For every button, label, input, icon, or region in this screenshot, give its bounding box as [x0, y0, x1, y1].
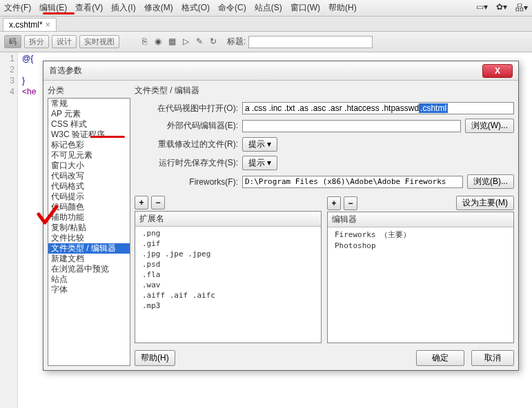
list-item[interactable]: Photoshop: [328, 241, 513, 251]
toolbar-icon-5[interactable]: ✎: [194, 37, 205, 48]
menu-file[interactable]: 文件(F): [4, 2, 31, 14]
category-item[interactable]: 站点: [48, 274, 130, 285]
line-number-gutter: 1 2 3 4: [0, 52, 18, 408]
document-tab[interactable]: x.cshtml* ×: [3, 18, 57, 31]
menu-commands[interactable]: 命令(C): [218, 2, 246, 14]
category-item[interactable]: 代码颜色: [48, 202, 130, 212]
category-item[interactable]: 文件比较: [48, 233, 130, 243]
menu-window[interactable]: 窗口(W): [290, 2, 320, 14]
annotation-underline-title: [90, 136, 125, 138]
list-item[interactable]: .png: [135, 228, 321, 238]
browse-external-button[interactable]: 浏览(W)...: [465, 119, 514, 133]
menu-insert[interactable]: 插入(I): [111, 2, 135, 14]
menu-site[interactable]: 站点(S): [255, 2, 282, 14]
list-item[interactable]: .psd: [135, 259, 321, 269]
category-item[interactable]: 复制/粘贴: [48, 223, 130, 233]
document-tab-bar: x.cshtml* ×: [0, 17, 532, 32]
list-item[interactable]: .aiff .aif .aifc: [135, 290, 321, 300]
cancel-button[interactable]: 取消: [471, 350, 514, 366]
selected-extension: .cshtml: [419, 103, 448, 113]
category-item[interactable]: 字体: [48, 285, 130, 295]
annotation-checkmark: [36, 203, 59, 227]
preferences-dialog: 首选参数 X 分类 常规 AP 元素 CSS 样式 W3C 验证程序 标记色彩 …: [43, 61, 519, 371]
toolbar-icon-4[interactable]: ▷: [180, 37, 191, 48]
view-code-button[interactable]: 码: [4, 35, 21, 48]
list-item[interactable]: Fireworks （主要）: [328, 229, 513, 241]
add-extension-button[interactable]: +: [135, 196, 148, 210]
preferences-panel: 文件类型 / 编辑器 在代码视图中打开(O): a .css .inc .txt…: [135, 85, 514, 366]
save-on-launch-select[interactable]: 提示: [242, 156, 277, 170]
category-item[interactable]: 常规: [48, 99, 130, 109]
view-design-button[interactable]: 设计: [52, 35, 77, 48]
close-button[interactable]: X: [482, 64, 513, 78]
dialog-title: 首选参数: [49, 65, 82, 76]
tab-label: x.cshtml*: [9, 20, 43, 30]
toolbar-icon-1[interactable]: ⎘: [139, 37, 150, 48]
title-input[interactable]: [248, 36, 373, 48]
help-button[interactable]: 帮助(H): [135, 350, 175, 366]
menu-modify[interactable]: 修改(M): [144, 2, 173, 14]
open-in-code-input[interactable]: a .css .inc .txt .as .asc .asr .htaccess…: [242, 102, 514, 114]
reload-files-label: 重载修改过的文件(R):: [135, 139, 238, 150]
category-item[interactable]: 新建文档: [48, 254, 130, 264]
close-tab-icon[interactable]: ×: [46, 20, 50, 30]
fireworks-label: Fireworks(F):: [135, 177, 238, 187]
category-item[interactable]: 窗口大小: [48, 161, 130, 171]
category-item[interactable]: CSS 样式: [48, 119, 130, 130]
set-primary-button[interactable]: 设为主要(M): [456, 196, 514, 210]
category-item[interactable]: 辅助功能: [48, 212, 130, 223]
remove-editor-button[interactable]: −: [344, 196, 357, 210]
save-on-launch-label: 运行时先保存文件(S):: [135, 157, 238, 169]
panel-header: 文件类型 / 编辑器: [135, 85, 514, 96]
editors-header: 编辑器: [328, 212, 513, 227]
category-item[interactable]: 代码格式: [48, 181, 130, 192]
sync-icon[interactable]: ✿▾: [496, 2, 507, 14]
menu-view[interactable]: 查看(V): [75, 2, 103, 14]
category-item-selected[interactable]: 文件类型 / 编辑器: [48, 243, 130, 254]
list-item[interactable]: .fla: [135, 269, 321, 280]
external-editor-input[interactable]: [242, 120, 461, 132]
extensions-header: 扩展名: [135, 212, 321, 227]
category-label: 分类: [48, 85, 130, 96]
list-item[interactable]: .wav: [135, 280, 321, 290]
layout-icon[interactable]: ▭▾: [476, 2, 488, 14]
document-toolbar: 码 拆分 设计 实时视图 ⎘ ◉ ▦ ▷ ✎ ↻ 标题:: [0, 32, 532, 52]
reload-files-select[interactable]: 提示: [242, 137, 277, 152]
fireworks-input[interactable]: [242, 176, 463, 188]
title-label: 标题:: [227, 36, 246, 48]
category-item[interactable]: 标记色彩: [48, 140, 130, 150]
menu-help[interactable]: 帮助(H): [328, 2, 357, 14]
category-item[interactable]: 代码提示: [48, 192, 130, 202]
view-split-button[interactable]: 拆分: [24, 35, 49, 48]
browse-fireworks-button[interactable]: 浏览(B)...: [467, 174, 514, 189]
editors-listbox[interactable]: 编辑器 Fireworks （主要） Photoshop: [327, 212, 514, 343]
annotation-underline-edit: [43, 12, 75, 14]
open-in-code-label: 在代码视图中打开(O):: [135, 103, 238, 114]
toolbar-icon-2[interactable]: ◉: [152, 37, 164, 48]
add-editor-button[interactable]: +: [327, 196, 341, 210]
list-item[interactable]: .mp3: [135, 300, 321, 311]
category-item[interactable]: 不可见元素: [48, 150, 130, 161]
extend-icon[interactable]: 品▾: [515, 2, 528, 14]
dialog-title-bar[interactable]: 首选参数 X: [43, 61, 518, 81]
view-live-button[interactable]: 实时视图: [79, 35, 119, 48]
list-item[interactable]: .jpg .jpe .jpeg: [135, 249, 321, 259]
category-item[interactable]: 代码改写: [48, 171, 130, 181]
code-content[interactable]: @{ } <he: [18, 52, 40, 408]
toolbar-icon-3[interactable]: ▦: [166, 37, 177, 48]
list-item[interactable]: .gif: [135, 238, 321, 249]
main-menu-bar: 文件(F) 编辑(E) 查看(V) 插入(I) 修改(M) 格式(O) 命令(C…: [0, 0, 532, 17]
external-editor-label: 外部代码编辑器(E):: [135, 120, 238, 132]
category-item[interactable]: W3C 验证程序: [48, 130, 130, 140]
remove-extension-button[interactable]: −: [151, 196, 165, 210]
ok-button[interactable]: 确定: [416, 350, 464, 366]
toolbar-refresh-icon[interactable]: ↻: [208, 37, 219, 48]
menu-format[interactable]: 格式(O): [181, 2, 210, 14]
category-item[interactable]: AP 元素: [48, 109, 130, 119]
category-item[interactable]: 在浏览器中预览: [48, 264, 130, 274]
extensions-listbox[interactable]: 扩展名 .png .gif .jpg .jpe .jpeg .psd .fla …: [135, 211, 322, 343]
category-list[interactable]: 常规 AP 元素 CSS 样式 W3C 验证程序 标记色彩 不可见元素 窗口大小…: [48, 98, 130, 366]
